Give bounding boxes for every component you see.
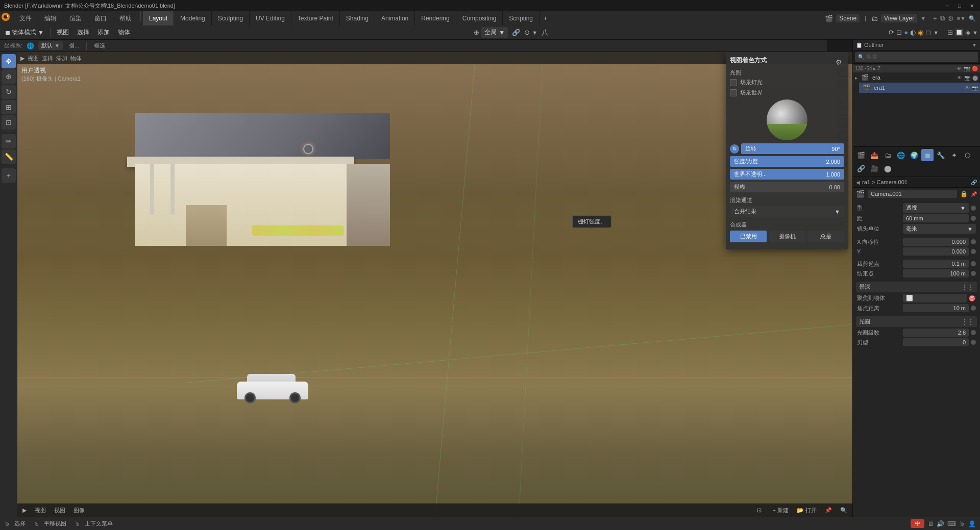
scene-light-checkbox[interactable] — [730, 79, 737, 86]
dof-header[interactable]: 景深 ⋮⋮ — [856, 282, 977, 292]
output-props-icon[interactable]: 📤 — [868, 149, 880, 161]
render-toggle[interactable]: ⬤ — [972, 75, 978, 81]
vp-new-btn[interactable]: + 新建 — [769, 506, 791, 515]
pin-icon[interactable]: 📌 — [971, 191, 977, 197]
vp-zoom-label[interactable]: 🔍 — [837, 506, 850, 515]
global-dropdown[interactable]: 全局 ▼ — [481, 27, 508, 38]
add-workspace-button[interactable]: + — [540, 11, 551, 26]
clip-start-dot[interactable] — [971, 261, 976, 266]
scene-name[interactable]: Scene — [836, 14, 860, 22]
tab-animation[interactable]: Animation — [375, 11, 415, 26]
transform-tool[interactable]: ⊡ — [2, 115, 16, 130]
data-props-icon[interactable]: 🎥 — [868, 162, 880, 174]
measure-tool[interactable]: 📏 — [2, 149, 16, 164]
sound-icon[interactable]: 🔊 — [937, 520, 944, 527]
clip-start-value[interactable]: 0.1 m — [903, 260, 969, 268]
vp-bottom-view[interactable]: 视图 — [32, 506, 49, 515]
blur-row[interactable]: 模糊 0.00 — [730, 182, 844, 192]
focal-length-dot[interactable] — [971, 216, 976, 221]
eye-toggle[interactable]: 👁 — [957, 75, 962, 81]
annotate-tool[interactable]: ✏ — [2, 134, 16, 148]
tab-compositing[interactable]: Compositing — [456, 11, 503, 26]
prop-dropdown[interactable]: ▼ — [532, 30, 537, 36]
tab-modeling[interactable]: Modeling — [174, 11, 212, 26]
combiner-always-btn[interactable]: 总是 — [807, 231, 844, 242]
object-menu[interactable]: 物体 — [115, 27, 133, 38]
vp-shading-icon[interactable]: ⊡ — [754, 506, 765, 515]
clip-end-value[interactable]: 100 m — [903, 269, 969, 277]
blades-dot[interactable] — [971, 340, 976, 345]
rendered-shading-btn[interactable]: ◉ — [918, 29, 923, 36]
vp-open-btn[interactable]: 📂 打开 — [794, 506, 820, 515]
shading-settings-icon[interactable]: ⚙ — [836, 58, 842, 66]
mouse-status-icon[interactable]: 🖱 — [959, 520, 965, 527]
rotation-value-btn[interactable]: 旋转 90° — [741, 143, 844, 154]
scene-world-checkbox[interactable] — [730, 89, 737, 96]
rotate-tool[interactable]: ↻ — [2, 85, 16, 99]
cam-toggle[interactable]: 📷 — [964, 75, 970, 81]
menu-render[interactable]: 渲染 — [63, 11, 88, 26]
strength-row[interactable]: 强度/力度 2.000 — [730, 156, 844, 167]
vp-bottom-image[interactable]: 图像 — [70, 506, 88, 515]
vp-object-menu[interactable]: 物体 — [70, 55, 82, 62]
shading-dropdown-arrow[interactable]: ▼ — [933, 30, 939, 36]
outliner-search-box[interactable]: 🔍 搜索 — [855, 52, 978, 62]
new-scene-icon[interactable]: + — [933, 15, 937, 22]
settings-icon[interactable]: ⚙ — [948, 15, 954, 22]
shift-x-dot[interactable] — [971, 239, 976, 244]
camera-render-icon[interactable]: 📷 — [964, 66, 970, 71]
gizmo-icon[interactable]: ⊞ — [947, 29, 953, 36]
vp-bottom-view2[interactable]: 视图 — [51, 506, 68, 515]
combiner-disabled-btn[interactable]: 已禁用 — [730, 231, 767, 242]
copy-scene-icon[interactable]: ⧉ — [940, 14, 945, 22]
monitor-icon[interactable]: 🖥 — [927, 520, 934, 527]
cam-toggle-2[interactable]: 📷 — [972, 85, 978, 91]
snap-toggle[interactable]: 框选 — [94, 42, 105, 49]
vp-select-menu[interactable]: 选择 — [42, 55, 53, 62]
close-button[interactable]: ✕ — [968, 2, 976, 10]
chinese-input-toggle[interactable]: 中 — [911, 519, 924, 528]
shift-x-value[interactable]: 0.000 — [903, 238, 969, 246]
focus-object-pick[interactable]: 🎯 — [968, 295, 976, 302]
transform-icon[interactable]: ⊕ — [474, 29, 479, 36]
vp-mode-btn[interactable]: ▶ — [19, 506, 30, 515]
shift-y-value[interactable]: 0.000 — [903, 247, 969, 256]
pivot-point-btn[interactable]: 指... — [69, 42, 79, 49]
vp-header-icon[interactable]: ▶ — [20, 55, 24, 62]
show-overlay-icon[interactable]: 🔲 — [955, 29, 963, 36]
main-viewport[interactable]: ▶ 视图 选择 添加 物体 用户透视 (160) 摄像头 | Camera1 +… — [17, 52, 852, 517]
view-layer-props-icon[interactable]: 🗂 — [881, 149, 894, 161]
eye-toggle-2[interactable]: 👁 — [965, 85, 970, 91]
viewport-sync-icon[interactable]: ⟳ — [889, 29, 894, 36]
move-tool[interactable]: ⊕ — [2, 69, 16, 84]
xray-icon[interactable]: ◈ — [965, 29, 970, 36]
lock-icon[interactable]: 🔒 — [960, 190, 968, 197]
menu-help[interactable]: 帮助 — [113, 11, 138, 26]
tab-rendering[interactable]: Rendering — [415, 11, 456, 26]
view-layer-name[interactable]: View Layer — [881, 14, 917, 22]
select-menu[interactable]: 选择 — [74, 27, 92, 38]
tab-uv-editing[interactable]: UV Editing — [250, 11, 291, 26]
overlay2-dropdown[interactable]: ▼ — [972, 30, 978, 36]
tab-scripting[interactable]: Scripting — [503, 11, 540, 26]
wireframe-shading-btn[interactable]: ◻ — [925, 29, 931, 36]
world-props-icon[interactable]: 🌍 — [908, 149, 920, 161]
render-props-icon[interactable]: 🎬 — [855, 149, 867, 161]
solid-shading-btn[interactable]: ● — [904, 29, 908, 36]
tab-layout[interactable]: Layout — [143, 11, 174, 26]
blades-value[interactable]: 0 — [903, 338, 969, 346]
maximize-button[interactable]: □ — [955, 2, 964, 10]
focus-distance-dot[interactable] — [971, 306, 976, 311]
fstop-dot[interactable] — [971, 330, 976, 335]
lens-unit-value[interactable]: 毫米 ▼ — [903, 224, 976, 234]
render-icon[interactable]: 🔴 — [972, 66, 978, 71]
link-icon[interactable]: 🔗 — [971, 180, 977, 185]
outliner-item-era[interactable]: ▸ 🎬 era 👁 📷 ⬤ — [853, 72, 980, 83]
menu-edit[interactable]: 编辑 — [38, 11, 63, 26]
add-obj-tool[interactable]: + — [2, 168, 16, 183]
object-props-icon[interactable]: ◼ — [921, 149, 934, 161]
overlay-icon[interactable]: ⊡ — [896, 29, 902, 36]
shift-y-dot[interactable] — [971, 249, 976, 254]
lens-type-dot[interactable] — [971, 206, 976, 211]
snap-icon[interactable]: 🔗 — [512, 29, 520, 36]
